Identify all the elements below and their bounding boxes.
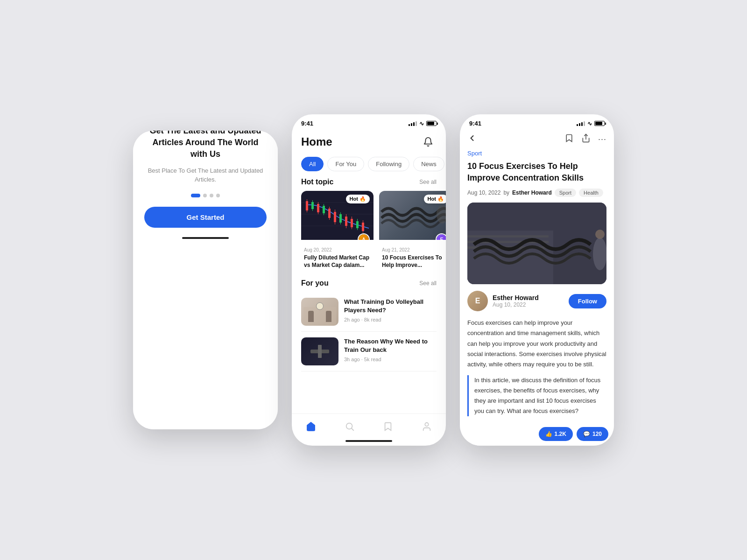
nav-search[interactable] [337, 420, 362, 434]
article-body: Focus exercises can help improve your co… [467, 318, 606, 369]
status-time: 9:41 [301, 120, 313, 127]
tab-all[interactable]: All [301, 157, 324, 171]
follow-button[interactable]: Follow [569, 294, 606, 308]
like-button[interactable]: 👍 1.2K [539, 427, 573, 441]
article-thumb-1 [301, 298, 338, 326]
author-row: E Esther Howard Aug 10, 2022 Follow [467, 291, 606, 311]
article-title-2: The Reason Why We Need to Train Our back [344, 337, 437, 354]
notification-button[interactable] [420, 133, 437, 150]
article-item-1[interactable]: What Training Do Volleyball Players Need… [301, 292, 437, 332]
more-button[interactable]: ··· [598, 134, 606, 144]
hot-topic-title: Hot topic [301, 178, 333, 186]
dot-1[interactable] [191, 194, 200, 197]
status-time-3: 9:41 [469, 120, 481, 127]
article-title-1: What Training Do Volleyball Players Need… [344, 298, 437, 315]
back-button[interactable] [467, 133, 477, 145]
phone-1-onboarding: GIRAFFE ASSOCIATION Get The Latest and [133, 131, 278, 429]
article-info-1: What Training Do Volleyball Players Need… [344, 298, 437, 326]
article-scroll-area[interactable]: Sport 10 Focus Exercises To Help Improve… [460, 150, 614, 422]
tab-news[interactable]: News [413, 157, 444, 171]
battery-icon [426, 121, 437, 126]
article-meta-1: 2h ago · 8k read [344, 317, 437, 322]
battery-icon-3 [594, 121, 605, 126]
for-you-title: For you [301, 279, 329, 287]
article-info-2: The Reason Why We Need to Train Our back… [344, 337, 437, 365]
home-indicator-2 [345, 440, 392, 442]
nav-home[interactable] [298, 420, 324, 434]
comment-icon: 💬 [583, 431, 590, 437]
hot-card-2-title: 10 Focus Exercises To Help Improve... [382, 254, 446, 269]
bottom-navigation [292, 413, 446, 437]
article-byline: Aug 10, 2022 by Esther Howard Sport Heal… [467, 189, 606, 197]
pagination-dots [144, 194, 267, 197]
status-icons-3: ∿ [577, 120, 605, 127]
home-header: Home [292, 130, 446, 157]
like-count: 1.2K [555, 431, 566, 437]
svg-point-28 [425, 423, 428, 426]
svg-rect-33 [467, 235, 549, 238]
nav-bookmarks[interactable] [375, 420, 401, 434]
hot-card-1-title: Fully Diluted Market Cap vs Market Cap d… [304, 254, 371, 269]
hot-card-2-info: Aug 21, 2022 10 Focus Exercises To Help … [379, 240, 446, 272]
phone-3-article: 9:41 ∿ [460, 114, 614, 446]
onboarding-subtitle: Best Place To Get The Latest and Updated… [144, 166, 267, 184]
hero-article-image [467, 203, 606, 284]
signal-icon-3 [577, 121, 585, 126]
phone-2-home: 9:41 ∿ Home All For You [292, 114, 446, 446]
onboarding-card: Get The Latest and Updated Articles Arou… [133, 131, 278, 429]
tag-health[interactable]: Health [579, 189, 603, 197]
dot-4[interactable] [216, 194, 220, 197]
comment-button[interactable]: 💬 120 [577, 427, 608, 441]
dot-3[interactable] [210, 194, 213, 197]
author-info: Esther Howard Aug 10, 2022 [493, 294, 564, 308]
tab-for-you[interactable]: For You [327, 157, 364, 171]
bookmark-button[interactable] [564, 133, 574, 145]
share-button[interactable] [581, 133, 591, 145]
signal-icon [409, 121, 417, 126]
article-item-2[interactable]: The Reason Why We Need to Train Our back… [301, 332, 437, 371]
svg-line-27 [352, 428, 353, 430]
home-title: Home [301, 135, 332, 148]
article-thumb-2 [301, 337, 338, 365]
svg-point-36 [593, 238, 606, 270]
wifi-icon-3: ∿ [587, 120, 592, 127]
byline-by: by [503, 189, 509, 196]
onboarding-title: Get The Latest and Updated Articles Arou… [144, 131, 267, 161]
get-started-button[interactable]: Get Started [144, 207, 267, 228]
wifi-icon: ∿ [419, 120, 424, 127]
status-bar-3: 9:41 ∿ [460, 114, 614, 130]
nav-profile[interactable] [414, 420, 439, 434]
hot-card-1-info: Aug 20, 2022 Fully Diluted Market Cap vs… [301, 240, 374, 272]
hot-topic-header: Hot topic See all [292, 178, 446, 191]
svg-point-26 [346, 423, 352, 429]
comment-count: 120 [592, 431, 602, 437]
article-quote: In this article, we discuss the definiti… [467, 375, 606, 416]
hot-topic-see-all[interactable]: See all [419, 179, 437, 185]
detail-content: Sport 10 Focus Exercises To Help Improve… [460, 150, 614, 422]
hot-card-2-date: Aug 21, 2022 [382, 247, 446, 252]
for-you-header: For you See all [292, 279, 446, 292]
status-icons: ∿ [409, 120, 437, 127]
hot-card-2[interactable]: Hot 🔥 E Aug 21, 2022 10 Focus Exercises … [379, 191, 446, 272]
category-tabs: All For You Following News [292, 157, 446, 178]
tab-following[interactable]: Following [368, 157, 409, 171]
dot-2[interactable] [203, 194, 207, 197]
home-indicator [182, 237, 229, 239]
hot-badge-2: Hot 🔥 [424, 195, 446, 203]
tag-sport[interactable]: Sport [555, 189, 576, 197]
author-avatar: E [467, 291, 488, 311]
detail-topbar: ··· [460, 130, 614, 150]
hot-card-1[interactable]: Hot 🔥 A Aug 20, 2022 Fully Diluted Marke… [301, 191, 374, 272]
article-meta-2: 3h ago · 5k read [344, 357, 437, 362]
article-main-title: 10 Focus Exercises To Help Improve Conce… [467, 161, 606, 184]
for-you-see-all[interactable]: See all [419, 280, 437, 287]
svg-point-25 [437, 205, 446, 224]
for-you-list: What Training Do Volleyball Players Need… [292, 292, 446, 371]
author-name: Esther Howard [493, 294, 564, 301]
byline-date: Aug 10, 2022 [467, 189, 500, 196]
svg-point-37 [595, 230, 605, 239]
hot-badge-1: Hot 🔥 [346, 195, 370, 203]
hot-card-1-image: Hot 🔥 A [301, 191, 374, 240]
hot-card-1-date: Aug 20, 2022 [304, 247, 371, 252]
like-icon: 👍 [545, 431, 552, 437]
